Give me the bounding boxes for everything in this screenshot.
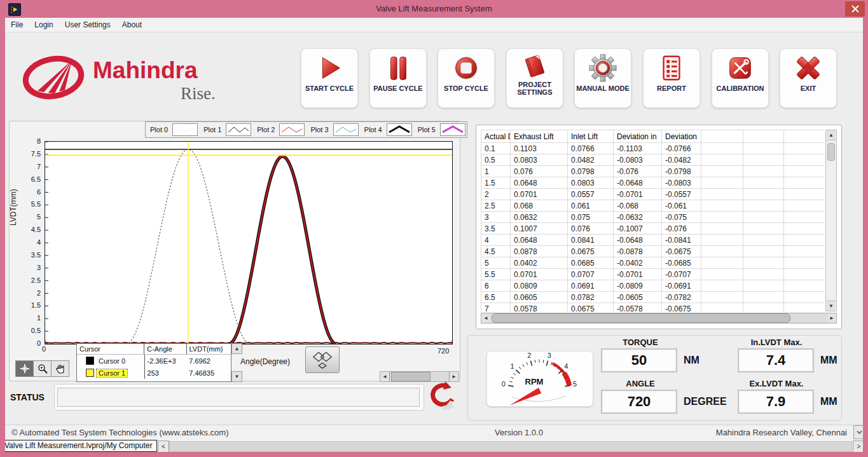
table-row[interactable]: 20.07010.0557-0.0701-0.0557	[481, 189, 825, 200]
table-cell: 0.5	[481, 154, 511, 166]
measurement-table[interactable]: Actual DExhaust LiftInlet LiftDeviation …	[481, 130, 824, 311]
y-tick-label: 1	[23, 314, 41, 322]
table-cell: 0.0701	[511, 189, 568, 200]
table-column-header[interactable]	[784, 130, 825, 143]
start-cycle-button[interactable]: START CYCLE	[301, 48, 358, 108]
menu-item-file[interactable]: File	[5, 20, 29, 29]
cursor-mover-button[interactable]	[305, 346, 340, 373]
scroll-right-arrow[interactable]: ►	[827, 313, 836, 323]
table-cell: 0.0675	[568, 246, 614, 257]
legend-label: Plot 1	[199, 126, 226, 133]
brand-wordmark: Mahindra	[93, 57, 197, 84]
table-row[interactable]: 4.50.08780.0675-0.0878-0.0675	[481, 246, 825, 257]
y-tick-label: 2.5	[23, 276, 41, 284]
table-v-scrollbar[interactable]: ▲ ▼	[825, 130, 837, 311]
menu-item-user-settings[interactable]: User Settings	[59, 20, 116, 29]
cursor-legend[interactable]: Cursor C-Angle LVDT(mm) Cursor 0 -2.36E+…	[76, 343, 231, 382]
scroll-up-arrow[interactable]: ▲	[827, 130, 836, 140]
legend-item-plot1[interactable]: Plot 1	[199, 122, 252, 137]
table-column-header[interactable]: Deviation in	[614, 130, 662, 143]
zoom-tool-button[interactable]	[33, 360, 52, 377]
menu-item-login[interactable]: Login	[29, 20, 59, 29]
table-row[interactable]: 3.50.10070.076-0.1007-0.076	[481, 223, 825, 235]
table-column-header[interactable]: Actual D	[481, 130, 511, 143]
legend-item-plot4[interactable]: Plot 4	[360, 122, 413, 137]
table-row[interactable]: 50.04020.0685-0.0402-0.0685	[481, 257, 825, 269]
table-row[interactable]: 70.05780.0675-0.0578-0.0675	[481, 303, 825, 312]
legend-item-plot5[interactable]: Plot 5	[413, 122, 467, 137]
cursor-row-0[interactable]: Cursor 0 -2.36E+3 7.6962	[77, 355, 231, 367]
table-cell: -0.0605	[614, 292, 662, 303]
table-cell: -0.0782	[662, 292, 701, 303]
close-icon	[851, 5, 859, 13]
table-column-header[interactable]: Inlet Lift	[568, 130, 614, 143]
table-row[interactable]: 40.06480.0841-0.0648-0.0841	[481, 235, 825, 246]
table-cell	[784, 200, 825, 212]
table-h-scrollbar[interactable]: ◄ ►	[481, 313, 837, 324]
scroll-track[interactable]	[490, 313, 827, 323]
table-row[interactable]: 1.50.06480.0803-0.0648-0.0803	[481, 177, 825, 189]
table-column-header[interactable]: Deviation	[662, 130, 701, 143]
table-cell: -0.0691	[662, 280, 701, 292]
cursor-tool-button[interactable]	[15, 360, 34, 377]
table-row[interactable]: 2.50.0680.061-0.068-0.061	[481, 200, 825, 212]
table-row[interactable]: 10.0760.0798-0.076-0.0798	[481, 166, 825, 177]
table-column-header[interactable]: Exhaust Lift	[511, 130, 568, 143]
table-cell: 0.0691	[568, 280, 614, 292]
y-tick-label: 3.5	[23, 251, 41, 259]
project-settings-button[interactable]: PROJECT SETTINGS	[506, 48, 563, 108]
legend-item-plot2[interactable]: Plot 2	[252, 122, 306, 137]
legend-line-sample	[226, 123, 251, 136]
cursor-row-1[interactable]: Cursor 1 253 7.46835	[77, 367, 231, 379]
scroll-left-arrow[interactable]: ◄	[481, 313, 490, 323]
legend-line-sample	[279, 123, 305, 136]
scroll-thumb[interactable]	[492, 313, 790, 323]
magnifier-icon	[38, 364, 48, 374]
table-row[interactable]: 5.50.07010.0707-0.0701-0.0707	[481, 269, 825, 280]
stop-cycle-button[interactable]: STOP CYCLE	[437, 48, 495, 108]
status-text-field[interactable]	[57, 388, 420, 407]
table-cell	[701, 200, 743, 212]
legend-label: Plot 0	[146, 126, 172, 133]
manual-mode-button[interactable]: MANUAL MODE	[574, 48, 631, 108]
ex-lvdt-max-label: Ex.LVDT Max.	[735, 379, 818, 388]
exit-button[interactable]: EXIT	[780, 48, 837, 108]
table-row[interactable]: 60.08090.0691-0.0809-0.0691	[481, 280, 825, 292]
in-lvdt-max-display: 7.4	[738, 348, 814, 372]
cursor-scroll-up-button[interactable]: ▲	[231, 343, 242, 354]
legend-item-plot3[interactable]: Plot 3	[306, 122, 359, 137]
pan-tool-button[interactable]	[51, 360, 69, 377]
menu-item-about[interactable]: About	[116, 20, 148, 29]
table-cell: -0.0578	[614, 303, 662, 312]
scroll-down-arrow[interactable]: ▼	[827, 301, 836, 311]
report-button[interactable]: REPORT	[643, 48, 700, 108]
window-frame-bottom	[0, 452, 868, 457]
scroll-thumb[interactable]	[827, 143, 835, 161]
refresh-button[interactable]	[426, 380, 457, 416]
table-column-header[interactable]	[743, 130, 784, 143]
table-row[interactable]: 6.50.06050.0782-0.0605-0.0782	[481, 292, 825, 303]
table-cell: -0.075	[662, 212, 701, 223]
stop-icon	[451, 52, 481, 84]
legend-item-plot0[interactable]: Plot 0	[146, 122, 199, 137]
table-row[interactable]: 0.50.08030.0482-0.0803-0.0482	[481, 154, 825, 166]
cursor-scroll-down-button[interactable]: ▼	[231, 371, 242, 382]
mahindra-emblem-icon	[22, 52, 85, 104]
table-cell: 0.0578	[511, 303, 568, 312]
table-row[interactable]: 0.10.11030.0766-0.1103-0.0766	[481, 143, 825, 154]
table-cell: -0.061	[662, 200, 701, 212]
statusbar-scroll-track[interactable]	[169, 441, 852, 452]
plot-area[interactable]	[45, 141, 453, 344]
angle-label: ANGLE	[599, 379, 682, 388]
scroll-thumb[interactable]	[391, 372, 431, 381]
table-cell	[743, 177, 784, 189]
pause-cycle-button[interactable]: PAUSE CYCLE	[369, 48, 427, 108]
legend-label: Plot 3	[306, 126, 333, 133]
table-row[interactable]: 30.06320.075-0.0632-0.075	[481, 212, 825, 223]
scroll-left-arrow[interactable]: ◄	[380, 372, 390, 381]
statusbar-back-button[interactable]: <	[158, 440, 169, 453]
close-button[interactable]	[845, 1, 865, 17]
toolbar-label: REPORT	[657, 85, 686, 92]
table-column-header[interactable]	[701, 130, 743, 143]
calibration-button[interactable]: CALIBRATION	[712, 48, 769, 108]
